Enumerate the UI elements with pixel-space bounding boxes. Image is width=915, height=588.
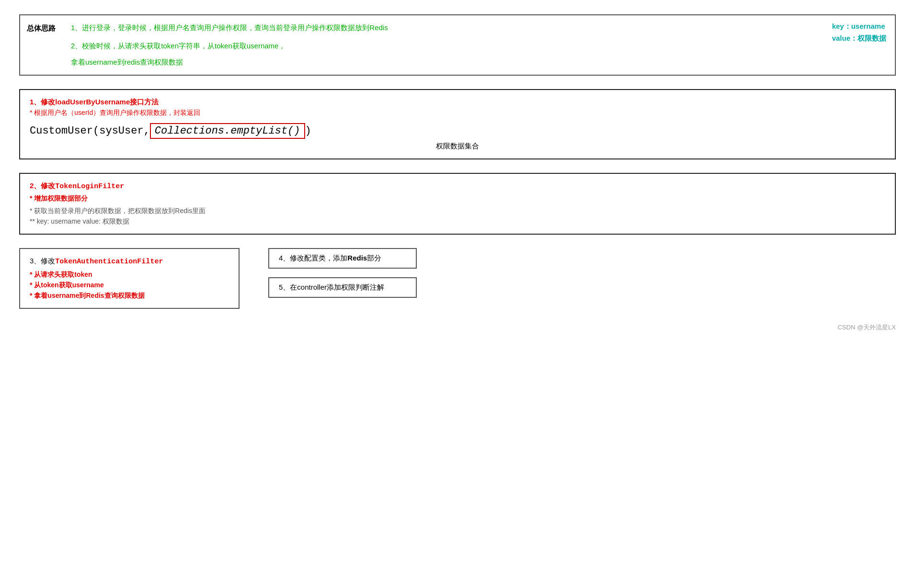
- code-label: 权限数据集合: [30, 142, 885, 151]
- overview-line3: 拿着username到redis查询权限数据: [71, 57, 815, 68]
- code-section: 1、修改loadUserByUsername接口方法 * 根据用户名（userI…: [19, 89, 896, 159]
- code-line: CustomUser(sysUser, Collections.emptyLis…: [30, 123, 885, 139]
- bottom-left-section: 3、修改TokenAuthenticationFilter * 从请求头获取to…: [19, 248, 240, 309]
- code-box: Collections.emptyList(): [150, 123, 305, 139]
- code-title: 1、修改loadUserByUsername接口方法: [30, 98, 885, 107]
- footer: CSDN @天外流星LX: [19, 323, 896, 332]
- overview-right: key：username value：权限数据: [824, 15, 895, 50]
- code-subtitle: * 根据用户名（userId）查询用户操作权限数据，封装返回: [30, 109, 885, 117]
- code-prefix: CustomUser(sysUser,: [30, 125, 150, 137]
- bottom-right-box2-text: 5、在controller添加权限判断注解: [279, 283, 384, 291]
- token-title-prefix: 2、修改: [30, 181, 55, 190]
- bottom-left-line2: * 从token获取username: [30, 281, 229, 290]
- overview-content: 1、进行登录，登录时候，根据用户名查询用户操作权限，查询当前登录用户操作权限数据…: [62, 15, 824, 75]
- token-desc1: * 获取当前登录用户的权限数据，把权限数据放到Redis里面: [30, 207, 885, 215]
- bottom-right-box2: 5、在controller添加权限判断注解: [268, 277, 417, 298]
- token-sub: * 增加权限数据部分: [30, 194, 885, 203]
- token-login-section: 2、修改TokenLoginFilter * 增加权限数据部分 * 获取当前登录…: [19, 173, 896, 235]
- box1-prefix: 4、修改配置类，添加: [279, 254, 347, 262]
- right-value: value：权限数据: [832, 34, 886, 43]
- overview-label: 总体思路: [20, 15, 62, 42]
- code-suffix: ): [305, 125, 311, 137]
- token-title: 2、修改TokenLoginFilter: [30, 181, 885, 191]
- bottom-left-line1: * 从请求头获取token: [30, 271, 229, 279]
- overview-line1: 1、进行登录，登录时候，根据用户名查询用户操作权限，查询当前登录用户操作权限数据…: [71, 22, 815, 34]
- bottom-right-column: 4、修改配置类，添加Redis部分 5、在controller添加权限判断注解: [268, 248, 417, 298]
- bottom-left-title-bold: TokenAuthenticationFilter: [55, 258, 163, 266]
- bottom-right-box1: 4、修改配置类，添加Redis部分: [268, 248, 417, 269]
- bottom-left-line3: * 拿着username到Redis查询权限数据: [30, 292, 229, 300]
- box1-suffix: 部分: [367, 254, 381, 262]
- token-title-code: TokenLoginFilter: [55, 182, 124, 191]
- token-note: ** key: username value: 权限数据: [30, 217, 885, 226]
- bottom-right-box1-text: 4、修改配置类，添加Redis部分: [279, 254, 381, 262]
- right-key: key：username: [832, 22, 886, 31]
- bottom-row: 3、修改TokenAuthenticationFilter * 从请求头获取to…: [19, 248, 896, 309]
- box2-prefix: 5、在controller添加权限判断注解: [279, 283, 384, 291]
- bottom-left-title-prefix: 3、修改: [30, 257, 55, 265]
- overview-line2: 2、校验时候，从请求头获取token字符串，从token获取username，: [71, 40, 815, 52]
- overview-section: 总体思路 1、进行登录，登录时候，根据用户名查询用户操作权限，查询当前登录用户操…: [19, 14, 896, 76]
- overview-line3-text: 拿着username到redis查询权限数据: [71, 58, 183, 66]
- box1-redis: Redis: [347, 254, 367, 262]
- bottom-left-title: 3、修改TokenAuthenticationFilter: [30, 257, 229, 266]
- overview-line2-text: 2、校验时候，从请求头获取token字符串，从token获取username，: [71, 42, 286, 50]
